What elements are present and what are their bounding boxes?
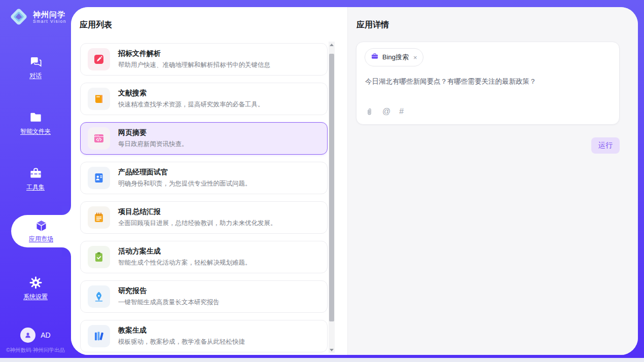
app-card-2[interactable]: 文献搜索 快速精准查找学术资源，提高研究效率的必备工具。	[80, 83, 328, 115]
app-list: 招标文件解析 帮助用户快速、准确地理解和解析招标书中的关键信息 文献搜索 快速精…	[80, 43, 328, 355]
scrollbar[interactable]	[329, 42, 335, 353]
cube-icon	[34, 219, 48, 233]
paperclip-icon[interactable]	[365, 107, 374, 116]
app-list-title: 应用列表	[80, 20, 112, 30]
app-card-desc: 全面回顾项目进展，总结经验教训，助力未来优化发展。	[118, 219, 277, 228]
sidebar-footer: ©神州数码·神州问学出品	[0, 347, 71, 354]
app-card-4[interactable]: 产品经理面试官 明确身份和职责，为您提供专业性的面试问题。	[80, 162, 328, 194]
app-card-desc: 帮助用户快速、准确地理解和解析招标书中的关键信息	[118, 61, 270, 69]
sidebar-item-chat[interactable]: 对话	[0, 53, 71, 82]
webpage-code-icon	[88, 127, 110, 150]
input-toolbar: @ #	[365, 107, 404, 116]
query-text[interactable]: 今日湖北有哪些新闻要点？有哪些需要关注的最新政策？	[365, 77, 609, 87]
app-card-title: 文献搜索	[118, 89, 264, 98]
brand-subtitle: Smart Vision	[33, 19, 66, 24]
diamond-logo-icon	[8, 6, 29, 27]
app-card-7[interactable]: 研究报告 一键智能生成高质量长文本研究报告	[80, 280, 328, 313]
pen-nib-icon	[88, 285, 110, 308]
app-card-title: 招标文件解析	[118, 49, 270, 58]
app-detail-title: 应用详情	[356, 20, 389, 30]
app-card-desc: 明确身份和职责，为您提供专业性的面试问题。	[118, 179, 252, 188]
user-avatar-icon	[20, 328, 35, 343]
app-detail-panel: 应用详情 Bing搜索 × 今日湖北有哪些新闻要点？有哪些需要关注的最新政策？ …	[348, 7, 638, 355]
tool-chip-bing-search[interactable]: Bing搜索 ×	[365, 48, 423, 66]
app-card-title: 产品经理面试官	[118, 168, 252, 177]
app-card-title: 网页摘要	[118, 128, 188, 137]
app-card-desc: 快速精准查找学术资源，提高研究效率的必备工具。	[118, 100, 264, 109]
main-content: 应用列表 招标文件解析 帮助用户快速、准确地理解和解析招标书中的关键信息 文献搜…	[71, 7, 638, 355]
app-card-title: 活动方案生成	[118, 247, 252, 256]
tool-chip-label: Bing搜索	[382, 53, 409, 62]
active-curve-bottom	[62, 247, 71, 257]
scrollbar-down-arrow[interactable]	[329, 347, 335, 353]
book-icon	[88, 88, 110, 110]
app-card-title: 研究报告	[118, 286, 220, 296]
app-card-6[interactable]: 活动方案生成 智能生成个性化活动方案，轻松解决规划难题。	[80, 241, 328, 273]
app-card-desc: 一键智能生成高质量长文本研究报告	[118, 298, 220, 307]
gear-icon	[29, 276, 43, 289]
run-button[interactable]: 运行	[591, 137, 620, 154]
scrollbar-thumb[interactable]	[329, 54, 334, 321]
user-profile[interactable]: AD	[0, 328, 71, 343]
user-initials: AD	[41, 331, 50, 339]
app-card-desc: 智能生成个性化活动方案，轻松解决规划难题。	[118, 259, 252, 267]
app-card-title: 教案生成	[118, 326, 245, 335]
brand-logo: 神州问学 Smart Vision	[8, 6, 66, 27]
pen-square-icon	[88, 48, 110, 70]
interviewer-doc-icon	[88, 167, 110, 189]
hash-icon[interactable]: #	[399, 107, 404, 116]
briefcase-icon	[371, 52, 379, 62]
app-card-1[interactable]: 招标文件解析 帮助用户快速、准确地理解和解析招标书中的关键信息	[80, 43, 328, 76]
sidebar: 神州问学 Smart Vision 对话 智能文件夹 工具集 应用市场 系统设置…	[0, 0, 71, 358]
app-card-3[interactable]: 网页摘要 每日政府新闻资讯快查。	[80, 122, 328, 155]
active-curve-top	[62, 206, 71, 215]
folder-icon	[29, 111, 43, 124]
app-card-8[interactable]: 教案生成 模板驱动，教案秒成，教学准备从此轻松快捷	[80, 320, 328, 352]
detail-card: Bing搜索 × 今日湖北有哪些新闻要点？有哪些需要关注的最新政策？ @ #	[356, 42, 620, 125]
app-card-desc: 每日政府新闻资讯快查。	[118, 140, 188, 149]
at-icon[interactable]: @	[382, 107, 390, 116]
app-list-panel: 应用列表 招标文件解析 帮助用户快速、准确地理解和解析招标书中的关键信息 文献搜…	[71, 7, 348, 355]
clipboard-check-icon	[88, 246, 110, 268]
toolbox-icon	[29, 166, 43, 180]
app-card-title: 项目总结汇报	[118, 207, 277, 216]
brand-name: 神州问学	[33, 10, 66, 19]
bottom-strip	[0, 358, 644, 362]
sidebar-item-app-market[interactable]: 应用市场	[11, 215, 71, 247]
app-card-desc: 模板驱动，教案秒成，教学准备从此轻松快捷	[118, 338, 245, 346]
app-card-5[interactable]: 项目总结汇报 全面回顾项目进展，总结经验教训，助力未来优化发展。	[80, 201, 328, 234]
scrollbar-up-arrow[interactable]	[329, 42, 335, 48]
sidebar-item-settings[interactable]: 系统设置	[0, 274, 71, 303]
sidebar-item-smart-folder[interactable]: 智能文件夹	[0, 108, 71, 138]
chat-icon	[29, 55, 43, 68]
sidebar-item-toolset[interactable]: 工具集	[0, 164, 71, 194]
close-icon[interactable]: ×	[413, 54, 417, 61]
notepad-icon	[88, 206, 110, 229]
books-icon	[88, 325, 110, 347]
